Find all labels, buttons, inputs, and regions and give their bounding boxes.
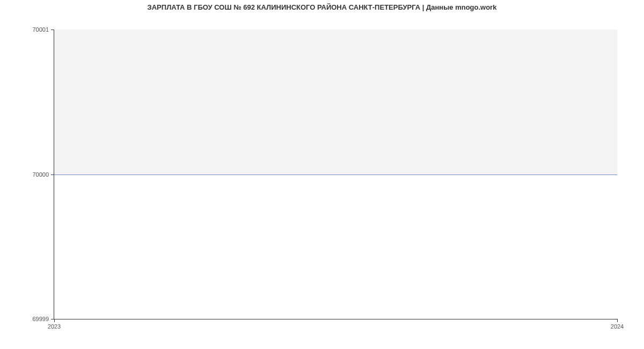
x-tick-label: 2023: [48, 323, 61, 330]
x-tick-label: 2024: [611, 323, 624, 330]
y-tick: [51, 30, 54, 30]
y-tick-label: 69999: [32, 316, 49, 322]
series-line: [54, 174, 617, 175]
x-tick: [54, 319, 55, 322]
chart-frame: ЗАРПЛАТА В ГБОУ СОШ № 692 КАЛИНИНСКОГО Р…: [0, 0, 644, 349]
plot-area: 70001 70000 69999 2023 2024: [54, 30, 617, 319]
plot-background-upper: [54, 30, 617, 174]
x-tick: [617, 319, 618, 322]
y-tick-label: 70001: [32, 26, 49, 33]
chart-title: ЗАРПЛАТА В ГБОУ СОШ № 692 КАЛИНИНСКОГО Р…: [0, 3, 644, 11]
y-tick-label: 70000: [32, 171, 49, 178]
